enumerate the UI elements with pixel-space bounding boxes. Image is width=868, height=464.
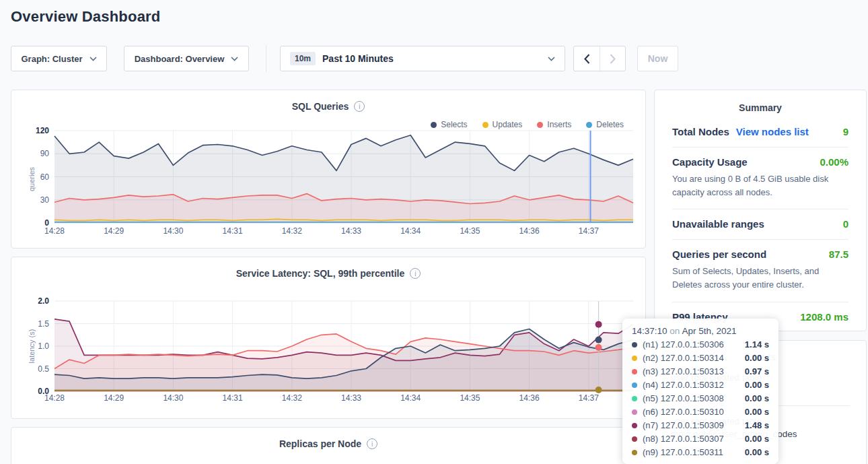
- tooltip-date: Apr 5th, 2021: [682, 326, 736, 336]
- tooltip-node-value: 0.00 s: [745, 353, 769, 363]
- service-latency-plot[interactable]: 0.00.51.01.52.014:2814:2914:3014:3114:32…: [11, 294, 645, 409]
- info-icon[interactable]: i: [367, 438, 377, 449]
- node-series-dot-icon: [632, 369, 637, 374]
- svg-text:14:31: 14:31: [223, 393, 243, 403]
- time-pager: [573, 46, 626, 71]
- svg-text:14:30: 14:30: [163, 226, 183, 236]
- tooltip-node-row: (n3) 127.0.0.1:503130.97 s: [632, 366, 769, 376]
- dashboard-selector-label: Dashboard: Overview: [135, 54, 225, 64]
- tooltip-timestamp: 14:37:10 on Apr 5th, 2021: [632, 326, 769, 336]
- svg-text:14:37: 14:37: [579, 393, 599, 403]
- svg-text:14:33: 14:33: [341, 226, 361, 236]
- total-nodes-label: Total Nodes: [672, 126, 729, 137]
- tooltip-node-row: (n9) 127.0.0.1:503110.00 s: [632, 447, 769, 457]
- time-range-dropdown[interactable]: 10m Past 10 Minutes: [280, 46, 565, 71]
- svg-text:14:37: 14:37: [579, 226, 599, 236]
- tooltip-node-value: 1.14 s: [745, 339, 769, 350]
- svg-text:0.5: 0.5: [38, 364, 49, 374]
- toolbar-divider: [266, 45, 266, 72]
- node-series-dot-icon: [632, 396, 637, 401]
- service-latency-title-text: Service Latency: SQL, 99th percentile: [236, 268, 405, 279]
- tooltip-node-value: 0.00 s: [745, 393, 769, 403]
- svg-text:14:31: 14:31: [223, 226, 243, 236]
- node-series-dot-icon: [632, 436, 637, 442]
- node-series-dot-icon: [632, 423, 637, 428]
- summary-row-unavailable-ranges: Unavailable ranges 0: [672, 209, 848, 240]
- tooltip-node-label: (n4) 127.0.0.1:50312: [643, 380, 724, 390]
- chart-hover-tooltip: 14:37:10 on Apr 5th, 2021 (n1) 127.0.0.1…: [622, 319, 779, 464]
- svg-text:14:29: 14:29: [104, 393, 124, 403]
- service-latency-chart-title: Service Latency: SQL, 99th percentile i: [11, 268, 645, 279]
- node-series-dot-icon: [632, 450, 637, 455]
- service-latency-chart-card: Service Latency: SQL, 99th percentile i …: [11, 257, 646, 419]
- tooltip-node-value: 0.00 s: [745, 434, 769, 444]
- info-icon[interactable]: i: [410, 268, 421, 279]
- qps-description: Sum of Selects, Updates, Inserts, and De…: [672, 265, 848, 292]
- node-series-dot-icon: [632, 342, 637, 347]
- tooltip-node-label: (n3) 127.0.0.1:50313: [643, 366, 724, 376]
- qps-value: 87.5: [829, 248, 848, 260]
- dashboard-selector-dropdown[interactable]: Dashboard: Overview: [124, 46, 249, 71]
- svg-text:120: 120: [36, 126, 49, 135]
- svg-text:14:32: 14:32: [282, 393, 302, 403]
- next-time-button[interactable]: [600, 46, 625, 71]
- time-range-badge: 10m: [290, 52, 316, 65]
- sql-queries-chart-card: SQL Queries i Selects Updates Inserts De…: [11, 90, 646, 248]
- unavailable-ranges-value: 0: [843, 218, 848, 230]
- tooltip-time: 14:37:10: [632, 326, 667, 336]
- svg-text:14:36: 14:36: [519, 393, 540, 403]
- svg-text:14:34: 14:34: [400, 393, 421, 403]
- tooltip-node-label: (n9) 127.0.0.1:50311: [643, 447, 723, 457]
- graph-selector-dropdown[interactable]: Graph: Cluster: [11, 46, 107, 71]
- svg-text:1.5: 1.5: [38, 319, 49, 329]
- tooltip-node-row: (n2) 127.0.0.1:503140.00 s: [632, 353, 769, 363]
- tooltip-node-row: (n1) 127.0.0.1:503061.14 s: [632, 339, 769, 350]
- svg-text:14:33: 14:33: [341, 393, 361, 403]
- node-series-dot-icon: [632, 356, 637, 361]
- now-button[interactable]: Now: [637, 46, 678, 71]
- sql-queries-chart-title: SQL Queries i: [11, 101, 645, 112]
- unavailable-ranges-label: Unavailable ranges: [672, 218, 764, 230]
- tooltip-node-row: (n7) 127.0.0.1:503091.48 s: [632, 420, 769, 430]
- graph-selector-label: Graph: Cluster: [21, 54, 82, 64]
- tooltip-node-label: (n6) 127.0.0.1:50310: [643, 407, 724, 417]
- p99-latency-value: 1208.0 ms: [800, 311, 848, 323]
- replicas-chart-card: Replicas per Node i: [11, 427, 646, 464]
- replicas-chart-title: Replicas per Node i: [11, 438, 645, 449]
- tooltip-node-value: 0.00 s: [745, 380, 769, 390]
- tooltip-on: on: [670, 326, 680, 336]
- chevron-down-icon: [89, 57, 97, 61]
- view-nodes-list-link[interactable]: View nodes list: [736, 126, 809, 137]
- tooltip-node-label: (n5) 127.0.0.1:50308: [643, 393, 724, 403]
- node-series-dot-icon: [632, 383, 637, 388]
- summary-title: Summary: [655, 102, 866, 113]
- time-range-label: Past 10 Minutes: [322, 53, 394, 64]
- tooltip-node-label: (n7) 127.0.0.1:50309: [643, 420, 724, 430]
- previous-time-button[interactable]: [574, 46, 600, 71]
- tooltip-node-label: (n8) 127.0.0.1:50307: [643, 434, 724, 444]
- node-series-dot-icon: [632, 409, 637, 415]
- svg-text:14:35: 14:35: [460, 226, 480, 236]
- chevron-down-icon: [548, 57, 555, 61]
- qps-label: Queries per second: [672, 248, 766, 260]
- capacity-usage-value: 0.00%: [820, 156, 848, 168]
- tooltip-node-label: (n2) 127.0.0.1:50314: [643, 353, 724, 363]
- tooltip-node-row: (n5) 127.0.0.1:503080.00 s: [632, 393, 769, 403]
- svg-text:90: 90: [40, 149, 50, 158]
- chevron-down-icon: [231, 57, 238, 61]
- svg-text:2.0: 2.0: [38, 296, 49, 306]
- replicas-title-text: Replicas per Node: [279, 438, 361, 449]
- svg-text:14:34: 14:34: [400, 226, 421, 236]
- summary-row-qps: Queries per second 87.5 Sum of Selects, …: [672, 240, 848, 302]
- capacity-usage-description: You are using 0 B of 4.5 GiB usable disk…: [672, 172, 848, 199]
- summary-row-total-nodes: Total Nodes View nodes list 9: [672, 117, 848, 147]
- svg-text:60: 60: [40, 172, 50, 182]
- sql-queries-title-text: SQL Queries: [292, 101, 349, 112]
- sql-queries-plot[interactable]: 030609012014:2814:2914:3014:3114:3214:33…: [11, 125, 645, 243]
- info-icon[interactable]: i: [354, 101, 365, 112]
- tooltip-node-row: (n4) 127.0.0.1:503120.00 s: [632, 380, 769, 390]
- svg-text:14:30: 14:30: [163, 393, 183, 403]
- summary-row-capacity: Capacity Usage 0.00% You are using 0 B o…: [672, 147, 848, 209]
- total-nodes-value: 9: [843, 126, 848, 137]
- tooltip-node-label: (n1) 127.0.0.1:50306: [643, 339, 724, 350]
